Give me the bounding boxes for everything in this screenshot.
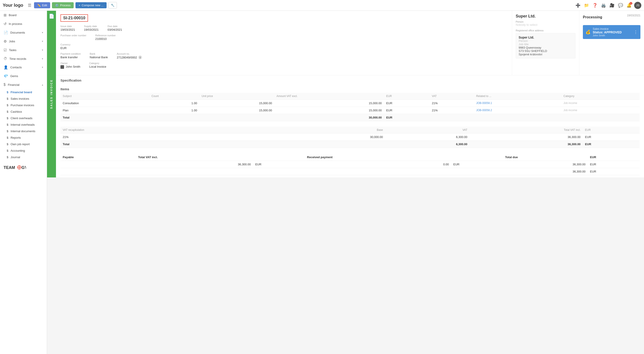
folder-icon-button[interactable]: 📁: [583, 2, 590, 9]
invoice-doc-icon: 📄: [49, 14, 54, 19]
sidebar-item-documents[interactable]: 📄 Documents ▾: [0, 28, 47, 37]
vat-col-base: Base: [292, 127, 385, 134]
purchase-order-field: Purchase order number: [60, 34, 86, 41]
svg-text:GY: GY: [22, 165, 26, 170]
due-date-label: Due date: [108, 25, 122, 28]
sidebar-item-board[interactable]: ⊞ Board: [0, 11, 47, 20]
sidebar-item-accounting[interactable]: $ Accounting: [0, 147, 47, 154]
row2-related[interactable]: JOB-00058.2: [474, 107, 561, 114]
app-brand-logo: TEAM GY: [0, 160, 47, 174]
invoice-type-label: SALES INVOICE: [50, 79, 53, 109]
row2-unit-price: 15,000.00: [199, 107, 274, 114]
processing-date: 19/03/2021: [627, 14, 640, 17]
sidebar-item-internal-documents[interactable]: $ Internal documents: [0, 128, 47, 134]
sales-invoices-icon: $: [7, 97, 8, 100]
row1-related[interactable]: JOB-00058.1: [474, 100, 561, 107]
sidebar-item-own-job-report[interactable]: $ Own job report: [0, 141, 47, 147]
print-icon-button[interactable]: 🖨️: [600, 2, 607, 9]
main-layout: ⊞ Board ↺ In process 📄 Documents ▾ ⚙ Job…: [0, 11, 644, 354]
vat-col-total-vat-incl: Total VAT incl.: [470, 127, 583, 134]
payable-row: 36,300.00 EUR 0.00 EUR 36,300.00 EUR: [60, 161, 640, 168]
due-date-value: 03/04/2021: [108, 28, 122, 31]
jobs-arrow: ▾: [42, 40, 43, 43]
edit-button[interactable]: ✏️ Edit: [34, 2, 50, 8]
payable-row2-total: 36,300.00: [503, 168, 588, 175]
payable-received-payment: 0.00: [305, 161, 451, 168]
cashbox-icon: $: [7, 110, 8, 113]
financial-arrow: ▴: [42, 83, 43, 86]
own-job-report-icon: $: [7, 143, 8, 146]
tasks-arrow: ▾: [42, 49, 43, 52]
bank-field: Bank National Bank: [90, 53, 108, 59]
sidebar-item-internal-overheads[interactable]: $ Internal overheads: [0, 121, 47, 128]
vat-total-row: Total 6,300.00 36,300.00 EUR: [60, 141, 640, 148]
col-subject: Subject: [60, 93, 149, 100]
col-category: Category: [561, 93, 640, 100]
vat-eur: EUR: [583, 133, 640, 141]
add-icon-button[interactable]: ➕: [574, 2, 581, 9]
compose-icon: +: [78, 4, 80, 7]
vat-total-incl: 36,300.00: [470, 133, 583, 141]
owner-label: Owner: [60, 62, 80, 65]
vat-total-label: Total: [60, 141, 292, 148]
company-person-value[interactable]: Nobody to select: [516, 23, 576, 27]
payable-total-due-label: Total due: [503, 154, 588, 161]
reports-icon: $: [7, 136, 8, 139]
board-icon: ⊞: [4, 13, 6, 17]
hamburger-icon[interactable]: ☰: [28, 3, 31, 8]
sidebar-item-gems[interactable]: 💎 Gems: [0, 72, 47, 81]
compose-button[interactable]: + Compose new ...: [76, 2, 106, 8]
status-card[interactable]: 💰 Sales invoice Status: APPROVED John Sm…: [583, 25, 640, 39]
due-date-field: Due date 03/04/2021: [108, 25, 122, 31]
payable-row2: 36,300.00 EUR: [60, 168, 640, 175]
sidebar-item-financial-board[interactable]: $ Financial board: [0, 89, 47, 96]
client-overheads-icon: $: [7, 117, 8, 120]
address-box: Super Ltd. Person Job title 9983 Queensw…: [516, 33, 576, 59]
video-icon-button[interactable]: 🎥: [608, 2, 615, 9]
help-icon-button[interactable]: ❓: [592, 2, 598, 9]
reference-value: 2100010: [96, 37, 116, 41]
currency-field: Currency EUR: [60, 43, 70, 50]
items-total-row: Total 30,000.00 EUR: [60, 114, 640, 121]
status-card-menu-icon[interactable]: ⋮: [634, 30, 638, 35]
sidebar-item-jobs[interactable]: ⚙ Jobs ▾: [0, 37, 47, 46]
payable-total-due-eur: EUR: [588, 161, 640, 168]
row1-eur: EUR: [384, 100, 430, 107]
sidebar-item-purchase-invoices[interactable]: $ Purchase invoices: [0, 102, 47, 108]
row2-amount: 15,000.00: [274, 107, 384, 114]
sidebar-item-time-records[interactable]: ⏱ Time records ▾: [0, 55, 47, 63]
row2-category: Job income: [561, 107, 640, 114]
process-button[interactable]: ⚙️ Process: [52, 2, 74, 8]
row1-vat: 21%: [430, 100, 474, 107]
vat-col-eur: EUR: [583, 127, 640, 134]
tools-button[interactable]: 🔧: [108, 2, 117, 9]
account-label: Account no.: [117, 53, 142, 55]
items-section: Subject Count Unit price Amount VAT excl…: [56, 93, 644, 125]
sidebar-item-in-process[interactable]: ↺ In process: [0, 20, 47, 28]
vat-amount: 6,300.00: [385, 133, 470, 141]
sidebar-item-sales-invoices[interactable]: $ Sales invoices: [0, 96, 47, 102]
account-info-icon[interactable]: ℹ: [138, 56, 142, 59]
sidebar-item-client-overheads[interactable]: $ Client overheads: [0, 115, 47, 121]
sidebar-item-financial[interactable]: $ Financial ▴: [0, 81, 47, 89]
status-card-icon: 💰: [586, 30, 590, 35]
sidebar-item-journal[interactable]: $ Journal: [0, 154, 47, 160]
payable-table: Payable Total VAT incl. Received payment…: [60, 154, 640, 175]
payable-received-eur: EUR: [451, 161, 503, 168]
payment-condition-value: Bank transfer: [60, 56, 81, 59]
sidebar-item-cashbox[interactable]: $ Cashbox: [0, 108, 47, 115]
supply-date-label: Supply date: [84, 25, 98, 28]
sidebar-item-contacts[interactable]: 👤 Contacts ▾: [0, 63, 47, 72]
sidebar-item-reports[interactable]: $ Reports: [0, 134, 47, 141]
vat-row: 21% 30,000.00 6,300.00 36,300.00 EUR: [60, 133, 640, 141]
user-avatar[interactable]: JS: [634, 2, 641, 9]
chat-icon-button[interactable]: 💬: [617, 2, 624, 9]
issue-date-value: 19/03/2021: [60, 28, 75, 31]
toolbar-icons: ➕ 📁 ❓ 🖨️ 🎥 💬 🔔1 JS: [574, 2, 641, 9]
col-eur: EUR: [384, 93, 430, 100]
sidebar-item-tasks[interactable]: ☑ Tasks ▾: [0, 46, 47, 55]
currency-label: Currency: [60, 43, 70, 46]
row1-unit-price: 15,000.00: [199, 100, 274, 107]
notification-icon-button[interactable]: 🔔1: [626, 2, 632, 9]
bank-value: National Bank: [90, 56, 108, 59]
